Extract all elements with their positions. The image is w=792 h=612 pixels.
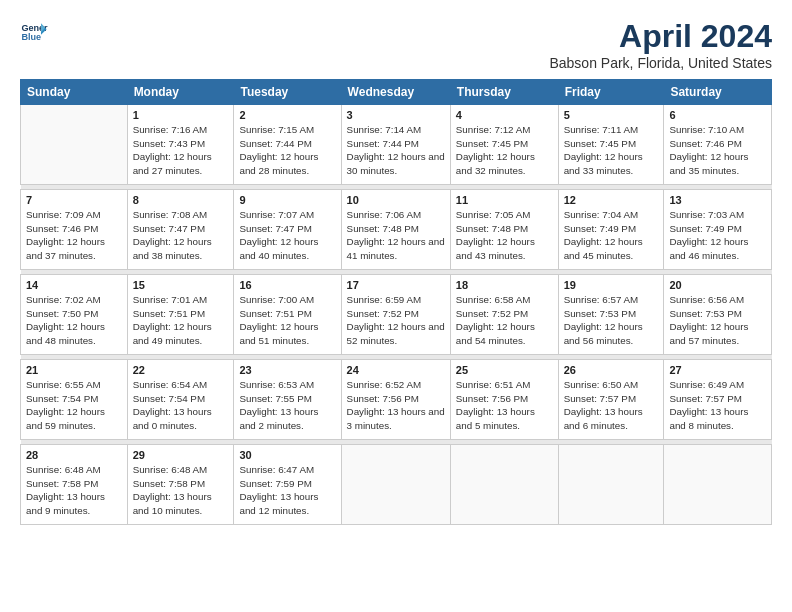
calendar-cell-w2-d6: 12Sunrise: 7:04 AM Sunset: 7:49 PM Dayli… (558, 190, 664, 270)
calendar-cell-w3-d3: 16Sunrise: 7:00 AM Sunset: 7:51 PM Dayli… (234, 275, 341, 355)
calendar-week-3: 14Sunrise: 7:02 AM Sunset: 7:50 PM Dayli… (21, 275, 772, 355)
calendar-cell-w1-d7: 6Sunrise: 7:10 AM Sunset: 7:46 PM Daylig… (664, 105, 772, 185)
calendar-cell-w3-d2: 15Sunrise: 7:01 AM Sunset: 7:51 PM Dayli… (127, 275, 234, 355)
day-number: 26 (564, 364, 659, 376)
day-info: Sunrise: 7:16 AM Sunset: 7:43 PM Dayligh… (133, 123, 229, 178)
calendar-cell-w5-d4 (341, 445, 450, 525)
day-info: Sunrise: 7:02 AM Sunset: 7:50 PM Dayligh… (26, 293, 122, 348)
day-number: 2 (239, 109, 335, 121)
svg-text:Blue: Blue (21, 32, 41, 42)
day-info: Sunrise: 7:07 AM Sunset: 7:47 PM Dayligh… (239, 208, 335, 263)
day-number: 19 (564, 279, 659, 291)
day-number: 14 (26, 279, 122, 291)
calendar-week-4: 21Sunrise: 6:55 AM Sunset: 7:54 PM Dayli… (21, 360, 772, 440)
day-info: Sunrise: 7:11 AM Sunset: 7:45 PM Dayligh… (564, 123, 659, 178)
day-info: Sunrise: 7:01 AM Sunset: 7:51 PM Dayligh… (133, 293, 229, 348)
day-info: Sunrise: 7:04 AM Sunset: 7:49 PM Dayligh… (564, 208, 659, 263)
day-info: Sunrise: 7:10 AM Sunset: 7:46 PM Dayligh… (669, 123, 766, 178)
day-number: 9 (239, 194, 335, 206)
day-info: Sunrise: 6:50 AM Sunset: 7:57 PM Dayligh… (564, 378, 659, 433)
main-title: April 2024 (549, 18, 772, 55)
calendar-week-2: 7Sunrise: 7:09 AM Sunset: 7:46 PM Daylig… (21, 190, 772, 270)
calendar-cell-w2-d7: 13Sunrise: 7:03 AM Sunset: 7:49 PM Dayli… (664, 190, 772, 270)
day-info: Sunrise: 7:05 AM Sunset: 7:48 PM Dayligh… (456, 208, 553, 263)
day-number: 3 (347, 109, 445, 121)
calendar-cell-w5-d3: 30Sunrise: 6:47 AM Sunset: 7:59 PM Dayli… (234, 445, 341, 525)
subtitle: Babson Park, Florida, United States (549, 55, 772, 71)
calendar-week-5: 28Sunrise: 6:48 AM Sunset: 7:58 PM Dayli… (21, 445, 772, 525)
day-number: 28 (26, 449, 122, 461)
calendar-cell-w1-d2: 1Sunrise: 7:16 AM Sunset: 7:43 PM Daylig… (127, 105, 234, 185)
day-info: Sunrise: 7:09 AM Sunset: 7:46 PM Dayligh… (26, 208, 122, 263)
calendar-cell-w5-d5 (450, 445, 558, 525)
col-saturday: Saturday (664, 80, 772, 105)
calendar-cell-w4-d7: 27Sunrise: 6:49 AM Sunset: 7:57 PM Dayli… (664, 360, 772, 440)
day-number: 16 (239, 279, 335, 291)
calendar-cell-w3-d1: 14Sunrise: 7:02 AM Sunset: 7:50 PM Dayli… (21, 275, 128, 355)
day-number: 4 (456, 109, 553, 121)
calendar-cell-w3-d7: 20Sunrise: 6:56 AM Sunset: 7:53 PM Dayli… (664, 275, 772, 355)
day-info: Sunrise: 7:08 AM Sunset: 7:47 PM Dayligh… (133, 208, 229, 263)
day-info: Sunrise: 6:54 AM Sunset: 7:54 PM Dayligh… (133, 378, 229, 433)
calendar-cell-w4-d1: 21Sunrise: 6:55 AM Sunset: 7:54 PM Dayli… (21, 360, 128, 440)
calendar-cell-w2-d2: 8Sunrise: 7:08 AM Sunset: 7:47 PM Daylig… (127, 190, 234, 270)
calendar-cell-w5-d6 (558, 445, 664, 525)
day-number: 20 (669, 279, 766, 291)
logo-icon: General Blue (20, 18, 48, 46)
logo: General Blue General Blue (20, 18, 48, 46)
day-info: Sunrise: 7:12 AM Sunset: 7:45 PM Dayligh… (456, 123, 553, 178)
day-info: Sunrise: 6:59 AM Sunset: 7:52 PM Dayligh… (347, 293, 445, 348)
day-info: Sunrise: 6:55 AM Sunset: 7:54 PM Dayligh… (26, 378, 122, 433)
day-number: 22 (133, 364, 229, 376)
calendar-cell-w1-d5: 4Sunrise: 7:12 AM Sunset: 7:45 PM Daylig… (450, 105, 558, 185)
title-block: April 2024 Babson Park, Florida, United … (549, 18, 772, 71)
day-number: 8 (133, 194, 229, 206)
col-thursday: Thursday (450, 80, 558, 105)
day-number: 13 (669, 194, 766, 206)
day-number: 24 (347, 364, 445, 376)
day-info: Sunrise: 6:48 AM Sunset: 7:58 PM Dayligh… (26, 463, 122, 518)
calendar-cell-w4-d4: 24Sunrise: 6:52 AM Sunset: 7:56 PM Dayli… (341, 360, 450, 440)
calendar-cell-w5-d1: 28Sunrise: 6:48 AM Sunset: 7:58 PM Dayli… (21, 445, 128, 525)
day-number: 25 (456, 364, 553, 376)
page: General Blue General Blue April 2024 Bab… (0, 0, 792, 612)
col-friday: Friday (558, 80, 664, 105)
day-number: 29 (133, 449, 229, 461)
calendar-cell-w3-d6: 19Sunrise: 6:57 AM Sunset: 7:53 PM Dayli… (558, 275, 664, 355)
calendar-cell-w4-d5: 25Sunrise: 6:51 AM Sunset: 7:56 PM Dayli… (450, 360, 558, 440)
day-info: Sunrise: 7:00 AM Sunset: 7:51 PM Dayligh… (239, 293, 335, 348)
calendar-week-1: 1Sunrise: 7:16 AM Sunset: 7:43 PM Daylig… (21, 105, 772, 185)
day-info: Sunrise: 7:03 AM Sunset: 7:49 PM Dayligh… (669, 208, 766, 263)
day-number: 11 (456, 194, 553, 206)
calendar-cell-w4-d3: 23Sunrise: 6:53 AM Sunset: 7:55 PM Dayli… (234, 360, 341, 440)
day-info: Sunrise: 6:52 AM Sunset: 7:56 PM Dayligh… (347, 378, 445, 433)
calendar-cell-w5-d2: 29Sunrise: 6:48 AM Sunset: 7:58 PM Dayli… (127, 445, 234, 525)
calendar-cell-w2-d5: 11Sunrise: 7:05 AM Sunset: 7:48 PM Dayli… (450, 190, 558, 270)
day-number: 6 (669, 109, 766, 121)
day-info: Sunrise: 6:58 AM Sunset: 7:52 PM Dayligh… (456, 293, 553, 348)
calendar-cell-w5-d7 (664, 445, 772, 525)
day-number: 23 (239, 364, 335, 376)
day-info: Sunrise: 7:14 AM Sunset: 7:44 PM Dayligh… (347, 123, 445, 178)
calendar-cell-w2-d1: 7Sunrise: 7:09 AM Sunset: 7:46 PM Daylig… (21, 190, 128, 270)
day-number: 30 (239, 449, 335, 461)
day-info: Sunrise: 7:06 AM Sunset: 7:48 PM Dayligh… (347, 208, 445, 263)
day-number: 7 (26, 194, 122, 206)
day-info: Sunrise: 6:49 AM Sunset: 7:57 PM Dayligh… (669, 378, 766, 433)
day-info: Sunrise: 6:51 AM Sunset: 7:56 PM Dayligh… (456, 378, 553, 433)
day-info: Sunrise: 6:47 AM Sunset: 7:59 PM Dayligh… (239, 463, 335, 518)
col-monday: Monday (127, 80, 234, 105)
calendar-table: Sunday Monday Tuesday Wednesday Thursday… (20, 79, 772, 525)
calendar-header-row: Sunday Monday Tuesday Wednesday Thursday… (21, 80, 772, 105)
calendar-cell-w2-d4: 10Sunrise: 7:06 AM Sunset: 7:48 PM Dayli… (341, 190, 450, 270)
day-info: Sunrise: 6:48 AM Sunset: 7:58 PM Dayligh… (133, 463, 229, 518)
col-tuesday: Tuesday (234, 80, 341, 105)
day-number: 27 (669, 364, 766, 376)
calendar-cell-w3-d4: 17Sunrise: 6:59 AM Sunset: 7:52 PM Dayli… (341, 275, 450, 355)
day-number: 21 (26, 364, 122, 376)
calendar-cell-w1-d3: 2Sunrise: 7:15 AM Sunset: 7:44 PM Daylig… (234, 105, 341, 185)
col-wednesday: Wednesday (341, 80, 450, 105)
calendar-cell-w1-d6: 5Sunrise: 7:11 AM Sunset: 7:45 PM Daylig… (558, 105, 664, 185)
header: General Blue General Blue April 2024 Bab… (20, 18, 772, 71)
day-number: 15 (133, 279, 229, 291)
